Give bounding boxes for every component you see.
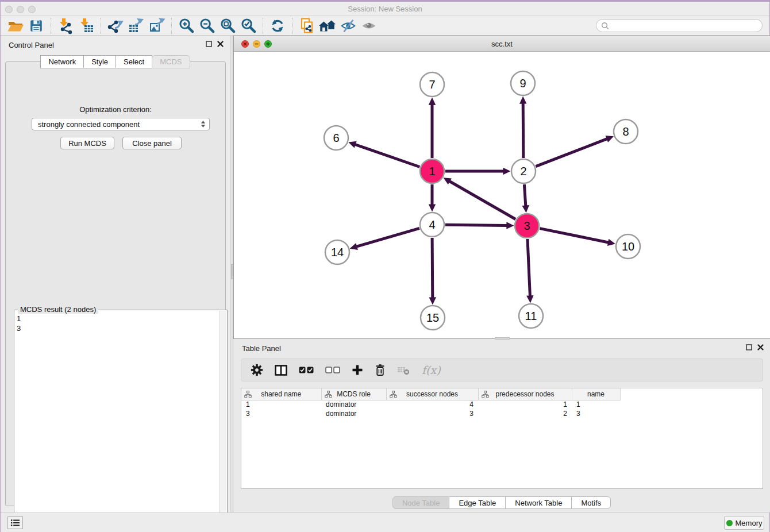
unchecked-boxes-icon [325,367,340,373]
table-panel-header: Table Panel [233,339,770,356]
plus-icon [352,364,363,376]
memory-label: Memory [736,519,763,527]
zoom-out-button[interactable] [197,17,217,35]
network-graph: 1234678910111415 [234,52,770,338]
tab-node-table[interactable]: Node Table [392,496,450,509]
close-panel-button[interactable]: Close panel [122,137,182,149]
tab-network-table[interactable]: Network Table [505,496,572,509]
save-session-button[interactable] [26,17,47,35]
mcds-result-box: MCDS result (2 nodes) 13 [14,310,228,528]
svg-text:10: 10 [622,240,634,253]
graph-node-15[interactable]: 15 [421,306,445,330]
tab-edge-table[interactable]: Edge Table [449,496,506,509]
deselect-all-rows-button[interactable] [325,367,340,373]
result-line: 1 [17,314,218,323]
graph-node-2[interactable]: 2 [511,159,536,183]
graph-node-6[interactable]: 6 [324,126,348,150]
network-window-titlebar[interactable]: scc.txt [234,36,770,52]
tab-network[interactable]: Network [40,55,84,68]
table-settings-button[interactable] [251,364,263,376]
graph-node-11[interactable]: 11 [519,304,543,328]
graph-node-4[interactable]: 4 [420,213,444,237]
svg-text:8: 8 [622,125,629,138]
column-header-name[interactable]: name [572,388,620,400]
svg-text:11: 11 [525,310,537,322]
task-history-button[interactable] [7,516,23,529]
column-header-successor-nodes[interactable]: successor nodes [386,388,478,400]
home-layout-button[interactable] [317,17,338,35]
tab-mcds[interactable]: MCDS [152,55,190,68]
toolbar-separator [101,18,101,34]
delete-table-button[interactable] [397,365,410,375]
edge-2-3[interactable] [524,184,525,206]
open-file-button[interactable] [5,17,26,35]
apply-function-button[interactable]: f(x) [422,364,441,376]
column-header-predecessor-nodes[interactable]: predecessor nodes [478,388,572,400]
edge-3-11[interactable] [528,239,530,296]
graph-node-14[interactable]: 14 [325,240,349,264]
export-network-button[interactable] [105,17,126,35]
export-table-icon [128,17,145,34]
import-table-button[interactable] [76,17,97,35]
show-columns-button[interactable] [275,365,287,376]
edge-4-15[interactable] [432,238,433,298]
graph-node-1[interactable]: 1 [420,159,444,183]
eye-icon [360,18,378,34]
network-canvas[interactable]: 1234678910111415 [234,52,770,338]
graph-node-9[interactable]: 9 [511,71,535,95]
edge-4-14[interactable] [357,228,419,246]
columns-icon [275,365,287,376]
search-input[interactable] [596,19,763,32]
edge-3-10[interactable] [540,229,609,242]
table-row[interactable]: 3dominator323 [241,409,620,418]
table-row[interactable]: 1dominator411 [241,400,620,409]
edge-4-3[interactable] [445,225,507,225]
graph-node-3[interactable]: 3 [515,214,539,238]
column-header-MCDS-role[interactable]: MCDS role [321,388,386,400]
table-panel-title: Table Panel [242,344,281,353]
network-window-title: scc.txt [234,40,770,48]
network-file-share-button[interactable] [297,17,317,35]
run-mcds-button[interactable]: Run MCDS [60,137,114,149]
zoom-in-button[interactable] [176,17,197,35]
export-image-button[interactable] [147,17,167,35]
float-table-panel-icon[interactable] [746,344,752,350]
toolbar-separator [263,18,263,34]
add-column-button[interactable] [352,364,363,376]
status-bar: Memory [1,512,769,532]
edge-1-6[interactable] [355,145,419,167]
control-panel-title: Control Panel [9,41,54,49]
tab-motifs[interactable]: Motifs [571,496,611,509]
save-disk-icon [28,18,44,34]
svg-text:4: 4 [429,218,435,231]
result-scrollbar[interactable] [219,311,226,527]
edge-3-1[interactable] [449,182,515,219]
graph-node-7[interactable]: 7 [420,72,444,97]
graph-node-8[interactable]: 8 [614,119,638,144]
svg-text:15: 15 [426,311,439,324]
graph-node-10[interactable]: 10 [616,234,640,259]
export-table-button[interactable] [126,17,147,35]
refresh-view-button[interactable] [267,17,288,35]
edge-2-9[interactable] [523,103,523,158]
float-panel-icon[interactable] [206,41,212,47]
tab-select[interactable]: Select [116,55,152,68]
memory-button[interactable]: Memory [724,516,764,530]
toolbar-separator [171,18,172,34]
delete-columns-button[interactable] [375,364,386,376]
network-window: scc.txt 1234678910111415 [233,36,770,339]
close-table-panel-icon[interactable] [757,344,764,350]
control-panel-tabs: NetworkStyleSelectMCDS [1,55,230,68]
import-network-button[interactable] [55,17,76,35]
criterion-dropdown[interactable]: strongly connected component [32,118,210,130]
close-panel-icon[interactable] [217,41,224,47]
tab-style[interactable]: Style [83,55,116,68]
show-all-button[interactable] [359,17,379,35]
zoom-fit-button[interactable] [217,17,238,35]
edge-2-8[interactable] [536,139,607,167]
hide-selected-button[interactable] [338,17,359,35]
gear-icon [251,364,263,376]
select-all-rows-button[interactable] [299,367,314,373]
zoom-selected-button[interactable] [238,17,259,35]
column-header-shared-name[interactable]: shared name [241,388,321,400]
